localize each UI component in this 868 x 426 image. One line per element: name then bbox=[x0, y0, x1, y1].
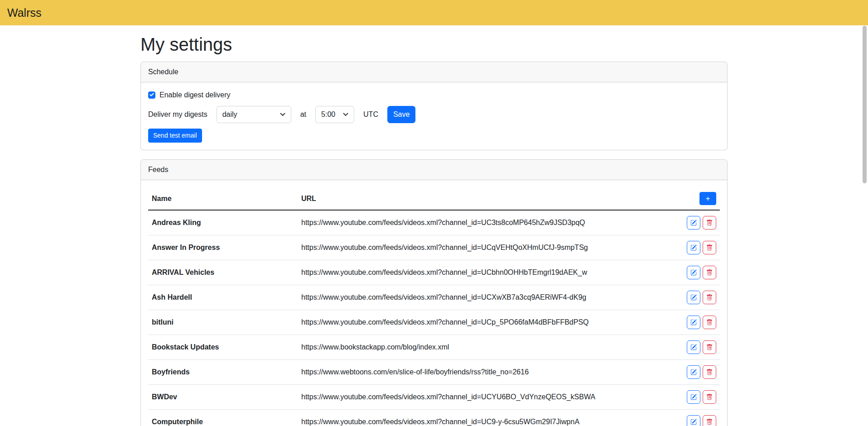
table-row: Ash Hardell https://www.youtube.com/feed… bbox=[148, 285, 720, 310]
feeds-header-row: Name URL + bbox=[148, 187, 720, 210]
feed-name-cell: Ash Hardell bbox=[148, 285, 298, 310]
feed-actions-cell bbox=[678, 385, 720, 410]
table-row: ARRIVAL Vehicles https://www.youtube.com… bbox=[148, 260, 720, 285]
enable-digest-row: Enable digest delivery bbox=[148, 90, 720, 101]
feed-url-cell: https://www.bookstackapp.com/blog/index.… bbox=[298, 335, 678, 360]
column-header-url: URL bbox=[298, 187, 678, 210]
edit-feed-button[interactable] bbox=[687, 340, 700, 354]
feeds-table-body: Andreas Kling https://www.youtube.com/fe… bbox=[148, 210, 720, 426]
pencil-square-icon bbox=[690, 319, 697, 325]
feed-actions-cell bbox=[678, 360, 720, 385]
column-header-name: Name bbox=[148, 187, 298, 210]
scrollbar-thumb[interactable] bbox=[863, 26, 867, 183]
delete-feed-button[interactable] bbox=[703, 241, 716, 254]
feed-url-cell: https://www.youtube.com/feeds/videos.xml… bbox=[298, 385, 678, 410]
pencil-square-icon bbox=[690, 269, 697, 276]
feed-actions-cell bbox=[678, 235, 720, 260]
frequency-select-value: daily bbox=[222, 109, 237, 120]
feed-url-cell: https://www.youtube.com/feeds/videos.xml… bbox=[298, 310, 678, 335]
edit-feed-button[interactable] bbox=[687, 216, 700, 230]
table-row: BWDev https://www.youtube.com/feeds/vide… bbox=[148, 385, 720, 410]
trash-icon bbox=[706, 344, 713, 350]
feed-name-cell: Answer In Progress bbox=[148, 235, 298, 260]
edit-feed-button[interactable] bbox=[687, 365, 700, 379]
feed-name-cell: Computerphile bbox=[148, 410, 298, 426]
frequency-select[interactable]: daily bbox=[217, 106, 291, 123]
trash-icon bbox=[706, 269, 713, 276]
table-row: Computerphile https://www.youtube.com/fe… bbox=[148, 410, 720, 426]
delete-feed-button[interactable] bbox=[703, 340, 716, 354]
feed-actions-cell bbox=[678, 335, 720, 360]
pencil-square-icon bbox=[690, 369, 697, 375]
schedule-card: Schedule Enable digest delivery Deliver … bbox=[140, 62, 728, 150]
delete-feed-button[interactable] bbox=[703, 390, 716, 404]
edit-feed-button[interactable] bbox=[687, 266, 700, 279]
schedule-card-body: Enable digest delivery Deliver my digest… bbox=[141, 82, 727, 150]
feed-url-cell: https://www.youtube.com/feeds/videos.xml… bbox=[298, 260, 678, 285]
pencil-square-icon bbox=[690, 419, 697, 425]
save-button[interactable]: Save bbox=[387, 106, 415, 123]
feed-actions-cell bbox=[678, 310, 720, 335]
feed-url-cell: https://www.webtoons.com/en/slice-of-lif… bbox=[298, 360, 678, 385]
feeds-table: Name URL + Andreas Kling https://www.you… bbox=[148, 187, 720, 426]
feed-name-cell: Andreas Kling bbox=[148, 210, 298, 235]
feed-name-cell: ARRIVAL Vehicles bbox=[148, 260, 298, 285]
delete-feed-button[interactable] bbox=[703, 365, 716, 379]
delete-feed-button[interactable] bbox=[703, 291, 716, 304]
table-row: bitluni https://www.youtube.com/feeds/vi… bbox=[148, 310, 720, 335]
edit-feed-button[interactable] bbox=[687, 291, 700, 304]
feed-url-cell: https://www.youtube.com/feeds/videos.xml… bbox=[298, 410, 678, 426]
edit-feed-button[interactable] bbox=[687, 415, 700, 426]
edit-feed-button[interactable] bbox=[687, 390, 700, 404]
pencil-square-icon bbox=[690, 394, 697, 400]
at-label: at bbox=[300, 109, 306, 120]
table-row: Boyfriends https://www.webtoons.com/en/s… bbox=[148, 360, 720, 385]
table-row: Andreas Kling https://www.youtube.com/fe… bbox=[148, 210, 720, 235]
top-navbar: Walrss bbox=[0, 0, 868, 25]
check-icon bbox=[149, 90, 154, 101]
feed-name-cell: Bookstack Updates bbox=[148, 335, 298, 360]
pencil-square-icon bbox=[690, 344, 697, 350]
send-test-email-button[interactable]: Send test email bbox=[148, 129, 202, 143]
feeds-card: Feeds Name URL + Andreas Kling h bbox=[140, 159, 728, 426]
feed-actions-cell bbox=[678, 210, 720, 235]
timezone-label: UTC bbox=[363, 109, 378, 120]
test-email-row: Send test email bbox=[148, 129, 720, 143]
feed-url-cell: https://www.youtube.com/feeds/videos.xml… bbox=[298, 210, 678, 235]
time-select[interactable]: 5:00 bbox=[315, 106, 354, 123]
pencil-square-icon bbox=[690, 294, 697, 301]
feed-url-cell: https://www.youtube.com/feeds/videos.xml… bbox=[298, 285, 678, 310]
time-select-value: 5:00 bbox=[321, 109, 335, 120]
column-header-actions: + bbox=[678, 187, 720, 210]
app-brand[interactable]: Walrss bbox=[7, 7, 41, 19]
trash-icon bbox=[706, 220, 713, 226]
enable-digest-label: Enable digest delivery bbox=[159, 90, 231, 101]
feed-actions-cell bbox=[678, 260, 720, 285]
add-feed-button[interactable]: + bbox=[699, 192, 716, 205]
chevron-down-icon bbox=[280, 113, 285, 116]
table-row: Answer In Progress https://www.youtube.c… bbox=[148, 235, 720, 260]
feed-name-cell: BWDev bbox=[148, 385, 298, 410]
chevron-down-icon bbox=[343, 113, 348, 116]
pencil-square-icon bbox=[690, 220, 697, 226]
table-row: Bookstack Updates https://www.bookstacka… bbox=[148, 335, 720, 360]
delete-feed-button[interactable] bbox=[703, 216, 716, 230]
feeds-table-head: Name URL + bbox=[148, 187, 720, 210]
delete-feed-button[interactable] bbox=[703, 266, 716, 279]
trash-icon bbox=[706, 394, 713, 400]
deliver-label: Deliver my digests bbox=[148, 109, 207, 120]
schedule-card-header: Schedule bbox=[141, 62, 727, 82]
feed-url-cell: https://www.youtube.com/feeds/videos.xml… bbox=[298, 235, 678, 260]
trash-icon bbox=[706, 419, 713, 425]
page-title: My settings bbox=[140, 34, 728, 55]
trash-icon bbox=[706, 294, 713, 301]
edit-feed-button[interactable] bbox=[687, 241, 700, 254]
main-container: My settings Schedule Enable digest deliv… bbox=[135, 34, 733, 426]
delete-feed-button[interactable] bbox=[703, 316, 716, 329]
feed-actions-cell bbox=[678, 285, 720, 310]
delete-feed-button[interactable] bbox=[703, 415, 716, 426]
enable-digest-checkbox[interactable] bbox=[148, 91, 155, 99]
feed-name-cell: Boyfriends bbox=[148, 360, 298, 385]
trash-icon bbox=[706, 244, 713, 251]
edit-feed-button[interactable] bbox=[687, 316, 700, 329]
